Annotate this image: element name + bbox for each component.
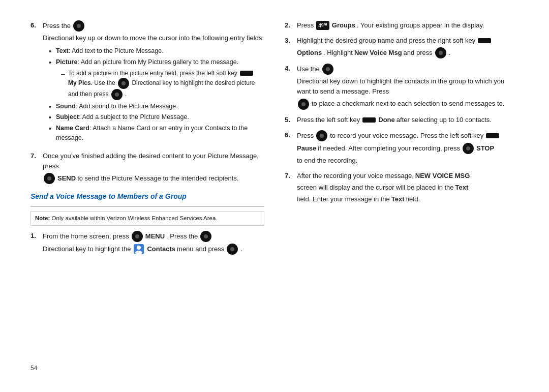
done-label: Done <box>378 115 395 125</box>
note-box: Note: Only available within Verizon Wire… <box>30 211 264 226</box>
content-area: 6. Press the Directional key up or down … <box>30 20 518 356</box>
new-voice-msg-label: NEW VOICE MSG <box>415 171 470 181</box>
step1-text2: . Press the <box>166 231 198 242</box>
step-5-content: Press the left soft key Done after selec… <box>297 115 518 125</box>
step7r-text4: field. <box>406 194 420 204</box>
step4-text3: to place a checkmark next to each select… <box>312 99 504 109</box>
directional-key-icon-6 <box>200 231 211 242</box>
menu-label: MENU <box>145 231 165 242</box>
right-step-3: 3. Highlight the desired group name and … <box>285 36 518 58</box>
soft-key-icon-1 <box>240 71 253 76</box>
bullet-subject: Subject: Add a subject to the Picture Me… <box>49 112 264 122</box>
send-label: SEND <box>57 173 76 184</box>
4ghi-key-badge: 4ghi <box>316 21 329 30</box>
directional-key-icon-11 <box>316 130 327 141</box>
right-step-2: 2. Press 4ghi Groups . Your existing gro… <box>285 20 518 31</box>
directional-key-icon-1 <box>73 20 84 32</box>
sub-bullet-1: To add a picture in the picture entry fi… <box>61 69 264 100</box>
step7r-text3: field. Enter your message in the <box>297 194 390 204</box>
soft-key-icon-3 <box>362 117 376 123</box>
contacts-label: Contacts <box>147 244 175 254</box>
step-1-num: 1. <box>30 231 40 255</box>
text-field-label2: Text <box>391 194 405 204</box>
bullet-sound: Sound: Add sound to the Picture Message. <box>49 102 264 111</box>
right-step-4: 4. Use the Directional key down to highl… <box>285 64 518 109</box>
bullet-namecard: Name Card: Attach a Name Card or an entr… <box>49 124 264 143</box>
contacts-icon <box>133 244 144 255</box>
step-7r-num: 7. <box>285 171 294 204</box>
step6-press-text: Press the <box>43 21 71 31</box>
step6-bullet-list: Text: Add text to the Picture Message. P… <box>49 46 264 143</box>
step7r-text1: After the recording your voice message, <box>297 171 414 181</box>
bullet-text-content: : Add text to the Picture Message. <box>69 47 164 54</box>
step2-text1: Press <box>297 20 314 31</box>
step6r-text4: to end the recording. <box>297 156 357 166</box>
left-column: 6. Press the Directional key up or down … <box>30 20 264 356</box>
step6-dir-text: Directional key up or down to move the c… <box>43 33 264 43</box>
step-2-content: Press 4ghi Groups . Your existing groups… <box>297 20 518 31</box>
svg-point-2 <box>135 251 142 255</box>
section-title: Send a Voice Message to Members of a Gro… <box>30 191 264 202</box>
step3-text3: and press <box>404 48 433 58</box>
step-5-num: 5. <box>285 115 294 125</box>
bullet-sound-content: : Add sound to the Picture Message. <box>76 103 178 110</box>
step1-text4: menu and press <box>177 244 224 254</box>
my-pics-label: My Pics <box>68 79 91 86</box>
step-6-num: 6. <box>30 20 40 146</box>
directional-key-icon-3 <box>111 89 123 100</box>
step-7-num: 7. <box>30 151 40 184</box>
section-divider <box>30 206 264 207</box>
step7-text1: Once you’ve finished adding the desired … <box>43 151 264 171</box>
left-step-1: 1. From the home screen, press MENU . Pr… <box>30 231 264 255</box>
page-number: 54 <box>30 365 518 372</box>
directional-key-icon-5 <box>132 231 143 242</box>
step-6r-content: Press to record your voice message. Pres… <box>297 130 518 166</box>
step-4-num: 4. <box>285 64 294 109</box>
step-7-content: Once you’ve finished adding the desired … <box>43 151 264 184</box>
soft-key-icon-2 <box>478 38 491 43</box>
step3-text1: Highlight the desired group name and pre… <box>297 36 475 46</box>
step4-text2: Directional key down to highlight the co… <box>297 76 518 97</box>
step6r-text2: to record your voice message. Press the … <box>330 131 483 141</box>
step-3-content: Highlight the desired group name and pre… <box>297 36 518 58</box>
left-step-6: 6. Press the Directional key up or down … <box>30 20 264 146</box>
step3-text4: . <box>449 48 451 58</box>
bullet-picture-label: Picture <box>56 58 77 66</box>
step-1-content: From the home screen, press MENU . Press… <box>43 231 264 255</box>
bullet-picture-content: : Add an picture from My Pictures galler… <box>77 58 238 66</box>
step1-text5: . <box>240 244 242 254</box>
bullet-subject-label: Subject <box>56 113 79 120</box>
step5-text1: Press the left soft key <box>297 115 360 125</box>
svg-point-1 <box>137 246 141 250</box>
options-label: Options <box>297 48 322 58</box>
step-3-num: 3. <box>285 36 294 58</box>
left-step-7: 7. Once you’ve finished adding the desir… <box>30 151 264 184</box>
right-step-7: 7. After the recording your voice messag… <box>285 171 518 204</box>
note-text: Only available within Verizon Wireless E… <box>52 215 218 221</box>
directional-key-icon-9 <box>322 64 333 75</box>
soft-key-icon-4 <box>486 133 499 138</box>
step6r-text1: Press <box>297 131 314 141</box>
note-label: Note: <box>35 215 50 221</box>
bullet-text-label: Text <box>56 47 69 54</box>
bullet-sound-label: Sound <box>56 103 76 110</box>
bullet-subject-content: : Add a subject to the Picture Message. <box>79 113 189 120</box>
step3-text2: . Highlight <box>323 48 353 58</box>
step-7r-content: After the recording your voice message, … <box>297 171 518 204</box>
step7r-text2: screen will display and the cursor will … <box>297 183 454 193</box>
groups-label: Groups <box>332 20 355 31</box>
step5-text2: after selecting up to 10 contacts. <box>396 115 492 125</box>
step7-text2: to send the Picture Message to the inten… <box>77 173 238 184</box>
step6r-text3: if needed. After completing your recordi… <box>318 143 460 154</box>
right-step-5: 5. Press the left soft key Done after se… <box>285 115 518 125</box>
bullet-namecard-label: Name Card <box>56 125 89 132</box>
right-column: 2. Press 4ghi Groups . Your existing gro… <box>285 20 518 356</box>
new-voice-label: New Voice Msg <box>354 48 402 58</box>
step1-text1: From the home screen, press <box>43 231 129 242</box>
text-field-label1: Text <box>455 183 469 193</box>
right-step-6: 6. Press to record your voice message. P… <box>285 130 518 166</box>
step4-text1: Use the <box>297 64 320 74</box>
step-4-content: Use the Directional key down to highligh… <box>297 64 518 109</box>
directional-key-icon-2 <box>118 78 129 89</box>
step2-text2: . Your existing groups appear in the dis… <box>357 20 484 31</box>
